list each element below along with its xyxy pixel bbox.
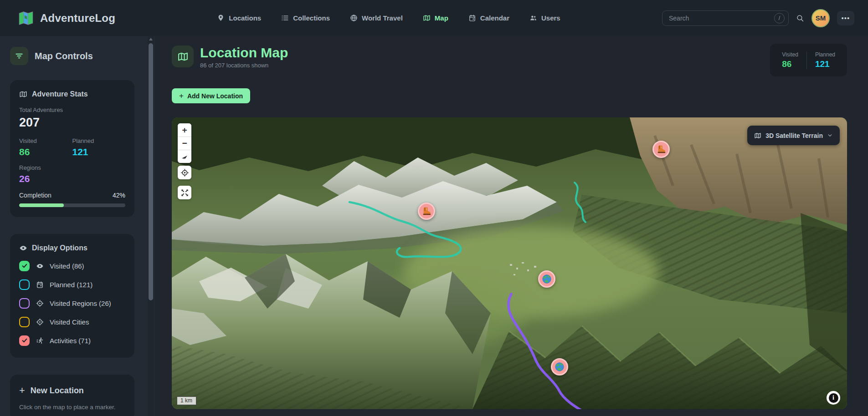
total-adventures-label: Total Adventures xyxy=(19,107,125,113)
completion-row: Completion 42% xyxy=(19,192,125,199)
geolocate-button[interactable] xyxy=(178,166,191,179)
sidebar-title: Map Controls xyxy=(35,51,93,61)
zoom-out-button[interactable]: − xyxy=(178,137,191,150)
option-label: Planned (121) xyxy=(50,281,92,289)
add-new-location-button[interactable]: + Add New Location xyxy=(172,88,250,103)
option-planned[interactable]: Planned (121) xyxy=(19,279,125,290)
nav-item-world-travel[interactable]: World Travel xyxy=(350,14,403,22)
option-label: Visited Cities xyxy=(50,318,89,326)
search-button[interactable] xyxy=(796,14,804,22)
map-marker-globe[interactable] xyxy=(538,270,555,288)
map-icon xyxy=(423,14,431,22)
avatar[interactable]: SM xyxy=(812,9,830,27)
option-activities[interactable]: Activities (71) xyxy=(19,335,125,346)
new-location-card: + New Location Click on the map to place… xyxy=(10,375,134,416)
page-title: Location Map xyxy=(200,46,288,60)
fullscreen-button[interactable] xyxy=(178,186,191,199)
list-icon xyxy=(281,14,289,22)
map-icon xyxy=(177,51,189,62)
app-brand[interactable]: AdventureLog xyxy=(17,10,115,26)
map-pin-icon xyxy=(217,14,225,22)
info-icon: i xyxy=(829,393,838,403)
summary-planned-label: Planned xyxy=(815,51,835,58)
fullscreen-icon xyxy=(180,188,189,197)
option-visited-regions[interactable]: Visited Regions (26) xyxy=(19,298,125,309)
scrollbar-thumb[interactable] xyxy=(149,43,153,300)
overflow-menu-button[interactable]: ••• xyxy=(837,11,854,25)
sidebar-scrollbar[interactable] xyxy=(148,36,154,416)
compass-icon xyxy=(180,152,189,161)
visited-regions-checkbox[interactable] xyxy=(19,298,30,309)
summary-planned-value: 121 xyxy=(815,59,835,69)
nav-item-map[interactable]: Map xyxy=(423,14,448,22)
planned-value: 121 xyxy=(72,147,126,157)
regions-value: 26 xyxy=(19,173,72,184)
map-canvas[interactable]: + − xyxy=(172,117,847,409)
eye-icon xyxy=(19,244,27,252)
nav-item-users[interactable]: Users xyxy=(529,14,560,22)
display-options-title: Display Options xyxy=(32,244,87,252)
users-icon xyxy=(529,14,537,22)
adventurelog-app: AdventureLog Locations Collections World… xyxy=(0,0,868,416)
nav-item-label: Calendar xyxy=(480,14,509,22)
nav-item-locations[interactable]: Locations xyxy=(217,14,261,22)
option-label: Visited (86) xyxy=(50,262,84,270)
map-marker-globe[interactable] xyxy=(551,358,568,375)
option-label: Visited Regions (26) xyxy=(50,299,111,307)
regions-label: Regions xyxy=(19,164,72,171)
attribution-button[interactable]: i xyxy=(827,391,840,405)
visited-stat: Visited 86 xyxy=(19,137,72,157)
scrollbar-up-arrow-icon[interactable] xyxy=(149,38,153,41)
adventure-stats-title: Adventure Stats xyxy=(32,90,88,98)
crosshair-icon xyxy=(36,318,44,326)
activities-checkbox[interactable] xyxy=(19,335,30,346)
visited-checkbox[interactable] xyxy=(19,261,30,271)
visit-summary-card: Visited 86 Planned 121 xyxy=(770,44,847,76)
filter-icon xyxy=(15,51,24,61)
nav-item-label: Collections xyxy=(293,14,330,22)
search-shortcut-hint: / xyxy=(774,13,785,23)
planned-checkbox[interactable] xyxy=(19,279,30,290)
add-button-label: Add New Location xyxy=(187,92,243,100)
adventure-stats-card: Adventure Stats Total Adventures 207 Vis… xyxy=(10,80,134,217)
map-icon xyxy=(19,90,27,98)
map-controls-sidebar: Map Controls Adventure Stats Total Adven… xyxy=(0,36,155,416)
calendar-icon xyxy=(36,280,44,289)
top-navbar: AdventureLog Locations Collections World… xyxy=(0,0,868,36)
summary-planned: Planned 121 xyxy=(806,51,843,69)
globe-earth-icon xyxy=(542,274,552,284)
visited-cities-checkbox[interactable] xyxy=(19,317,30,327)
page-icon-badge xyxy=(172,46,194,67)
satellite-terrain xyxy=(172,117,847,409)
chevron-down-icon xyxy=(827,132,833,138)
nav-item-collections[interactable]: Collections xyxy=(281,14,330,22)
map-scale-bar: 1 km xyxy=(177,396,196,405)
zoom-in-button[interactable]: + xyxy=(178,123,191,137)
nav-item-calendar[interactable]: Calendar xyxy=(468,14,509,22)
compass-button[interactable] xyxy=(178,150,191,163)
map-style-selector[interactable]: 3D Satellite Terrain xyxy=(747,126,840,145)
option-visited[interactable]: Visited (86) xyxy=(19,260,125,271)
page-subtitle: 86 of 207 locations shown xyxy=(200,62,288,69)
globe-icon xyxy=(350,14,358,22)
nav-item-label: Locations xyxy=(229,14,261,22)
filter-icon-badge xyxy=(10,47,28,65)
plus-icon: + xyxy=(179,91,184,101)
map-marker-hiking-boot[interactable] xyxy=(418,203,435,220)
hiking-boot-icon xyxy=(421,206,431,216)
app-title: AdventureLog xyxy=(40,12,115,25)
completion-progress-fill xyxy=(19,203,64,207)
display-options-card: Display Options Visited (86) Planned (12… xyxy=(10,234,134,358)
completion-percent: 42% xyxy=(113,192,125,199)
completion-label: Completion xyxy=(19,192,51,199)
search-input[interactable] xyxy=(662,10,789,26)
option-visited-cities[interactable]: Visited Cities xyxy=(19,316,125,327)
total-adventures-value: 207 xyxy=(19,116,125,130)
hiking-boot-icon xyxy=(656,144,666,154)
nav-item-label: World Travel xyxy=(362,14,403,22)
search-container: / xyxy=(662,10,789,26)
nav-item-label: Map xyxy=(435,14,448,22)
summary-visited-value: 86 xyxy=(782,59,798,69)
main-navigation: Locations Collections World Travel Map C… xyxy=(115,14,662,22)
option-label: Activities (71) xyxy=(50,337,91,345)
